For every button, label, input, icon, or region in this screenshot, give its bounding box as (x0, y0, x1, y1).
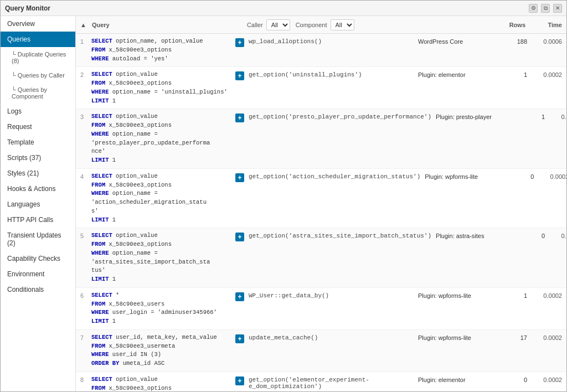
expand-button[interactable]: + (235, 233, 244, 241)
row-time-value: 0.0002 (532, 333, 562, 341)
sidebar-item-hooks-actions[interactable]: Hooks & Actions (1, 181, 75, 197)
sidebar-item-styles[interactable]: Styles (21) (1, 166, 75, 181)
row-time-value: 0.0002 (532, 375, 562, 383)
row-time-value: 0.0002 (532, 291, 562, 299)
expand-button[interactable]: + (235, 38, 244, 47)
title-bar-controls: ⚙ ⧉ ✕ (529, 4, 562, 13)
row-component-text: Plugin: astra-sites (436, 231, 524, 239)
settings-button[interactable]: ⚙ (529, 4, 538, 13)
sidebar-item-queries-by-caller[interactable]: └ Queries by Caller (1, 68, 75, 82)
row-rows-count: 17 (507, 333, 532, 341)
table-row: 1 SELECT option_name, option_value FROM … (76, 34, 566, 67)
row-time-value: 0.0002 (549, 231, 566, 239)
row-caller-text: get_option('action_scheduler_migration_s… (249, 172, 425, 180)
row-component-text: Plugin: wpforms-lite (418, 333, 507, 341)
filter-bar: ▲ Query Caller All Component All Rows Ti… (76, 16, 566, 34)
close-button[interactable]: ✕ (553, 4, 562, 13)
row-query-text: SELECT option_name, option_value FROM x_… (91, 37, 235, 63)
row-rows-count: 1 (524, 112, 549, 120)
row-expand-col: + (235, 70, 249, 80)
title-bar: Query Monitor ⚙ ⧉ ✕ (1, 1, 566, 16)
row-query-text: SELECT option_value FROM x_58c90ee3_opti… (91, 231, 235, 284)
row-time-value: 0.0006 (532, 37, 562, 45)
row-component-text: Plugin: elementor (418, 70, 507, 78)
component-filter-label: Component (296, 22, 327, 28)
row-query-text: SELECT option_value FROM x_58c90ee3_opti… (91, 375, 235, 391)
row-component-text: Plugin: wpforms-lite (418, 291, 507, 299)
caller-filter-label: Caller (247, 22, 263, 28)
table-row: 7 SELECT user_id, meta_key, meta_value F… (76, 330, 566, 372)
sidebar-item-queries-by-component[interactable]: └ Queries by Component (1, 82, 75, 104)
app-title: Query Monitor (5, 4, 50, 12)
sort-arrow-icon: ▲ (80, 22, 86, 28)
sidebar-item-http-api-calls[interactable]: HTTP API Calls (1, 212, 75, 228)
sidebar-item-queries[interactable]: Queries (1, 32, 75, 47)
row-rows-count: 1 (507, 291, 532, 299)
expand-button[interactable]: + (235, 334, 244, 343)
sidebar: OverviewQueries└ Duplicate Queries (8)└ … (1, 16, 76, 391)
sidebar-item-scripts[interactable]: Scripts (37) (1, 150, 75, 166)
component-filter-select[interactable]: All (331, 19, 354, 30)
table-row: 4 SELECT option_value FROM x_58c90ee3_op… (76, 169, 566, 229)
row-component-text: Plugin: elementor (418, 375, 507, 383)
row-rows-count: 0 (524, 231, 549, 239)
sidebar-item-capability-checks[interactable]: Capability Checks (1, 251, 75, 266)
row-component-text: Plugin: presto-player (436, 112, 524, 120)
row-number: 5 (80, 231, 91, 239)
row-component-text: Plugin: wpforms-lite (425, 172, 513, 180)
sidebar-item-overview[interactable]: Overview (1, 16, 75, 32)
row-query-text: SELECT * FROM x_58c90ee3_users WHERE use… (91, 291, 235, 326)
row-caller-text: update_meta_cache() (249, 333, 418, 341)
row-caller-text: get_option('uninstall_plugins') (249, 70, 418, 78)
row-caller-text: wp_load_alloptions() (249, 37, 418, 45)
row-component-text: WordPress Core (418, 37, 507, 45)
sidebar-item-transient-updates[interactable]: Transient Updates (2) (1, 228, 75, 251)
row-caller-text: get_option('astra_sites_site_import_batc… (249, 231, 436, 239)
table-row: 3 SELECT option_value FROM x_58c90ee3_op… (76, 109, 566, 169)
table-row: 2 SELECT option_value FROM x_58c90ee3_op… (76, 67, 566, 109)
row-number: 2 (80, 70, 91, 78)
sidebar-item-template[interactable]: Template (1, 135, 75, 150)
row-expand-col: + (235, 291, 249, 301)
row-expand-col: + (235, 375, 249, 385)
row-expand-col: + (235, 112, 249, 122)
sidebar-item-environment[interactable]: Environment (1, 266, 75, 282)
row-rows-count: 0 (513, 172, 538, 180)
row-expand-col: + (235, 172, 249, 182)
sidebar-item-logs[interactable]: Logs (1, 104, 75, 119)
row-number: 8 (80, 375, 91, 383)
row-expand-col: + (235, 231, 249, 241)
query-panel: ▲ Query Caller All Component All Rows Ti… (76, 16, 566, 391)
row-expand-col: + (235, 333, 249, 343)
sidebar-item-languages[interactable]: Languages (1, 197, 75, 212)
app-window: Query Monitor ⚙ ⧉ ✕ OverviewQueries└ Dup… (0, 0, 567, 392)
row-rows-count: 1 (507, 70, 532, 78)
main-content: OverviewQueries└ Duplicate Queries (8)└ … (1, 16, 566, 391)
expand-button[interactable]: + (235, 292, 244, 301)
sidebar-item-conditionals[interactable]: Conditionals (1, 282, 75, 297)
row-query-text: SELECT user_id, meta_key, meta_value FRO… (91, 333, 235, 368)
sidebar-item-request[interactable]: Request (1, 119, 75, 135)
row-number: 6 (80, 291, 91, 299)
expand-button[interactable]: + (235, 114, 244, 122)
rows-col-header: Rows (495, 22, 525, 28)
expand-button[interactable]: + (235, 173, 244, 182)
popout-button[interactable]: ⧉ (541, 4, 550, 13)
row-caller-text: get_option('elementor_experiment-e_dom_o… (249, 375, 418, 390)
row-expand-col: + (235, 37, 249, 47)
expand-button[interactable]: + (235, 71, 244, 80)
sidebar-item-duplicate-queries[interactable]: └ Duplicate Queries (8) (1, 47, 75, 68)
row-number: 7 (80, 333, 91, 341)
row-caller-text: WP_User::get_data_by() (249, 291, 418, 299)
row-time-value: 0.0002 (549, 112, 566, 120)
row-rows-count: 188 (507, 37, 532, 45)
table-row: 8 SELECT option_value FROM x_58c90ee3_op… (76, 372, 566, 391)
row-caller-text: get_option('presto_player_pro_update_per… (249, 112, 436, 120)
caller-filter-select[interactable]: All (266, 19, 290, 30)
row-time-value: 0.0002 (538, 172, 566, 180)
query-col-header: Query (92, 22, 241, 28)
row-query-text: SELECT option_value FROM x_58c90ee3_opti… (91, 112, 235, 165)
row-rows-count: 0 (507, 375, 532, 383)
expand-button[interactable]: + (235, 376, 244, 385)
row-number: 4 (80, 172, 91, 180)
